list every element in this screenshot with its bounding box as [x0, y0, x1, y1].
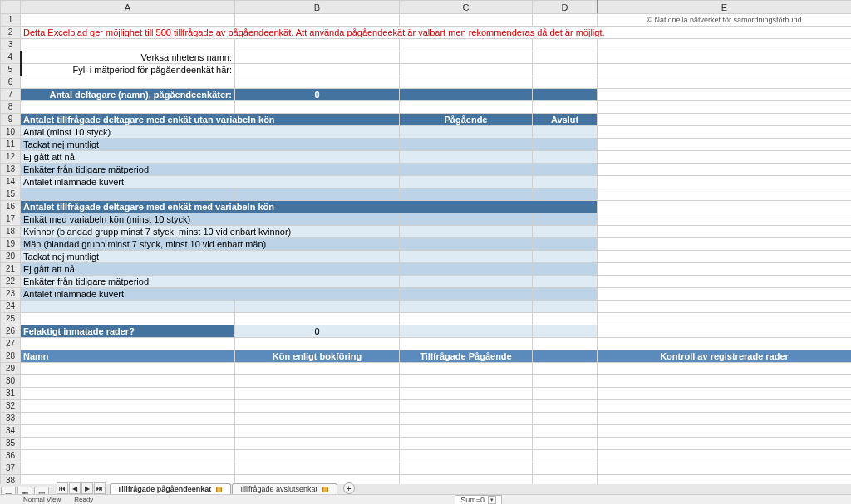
col-avslut: Avslut	[533, 114, 598, 126]
section1-title: Antalet tillfrågade deltagare med enkät …	[21, 114, 400, 126]
row-header[interactable]: 20	[1, 251, 21, 263]
chevron-down-icon[interactable]: ▾	[488, 496, 496, 504]
row-header[interactable]: 5	[1, 64, 21, 76]
row19-label: Män (blandad grupp minst 7 styck, minst …	[21, 238, 400, 251]
column-header-a[interactable]: A	[21, 1, 235, 14]
status-bar: ▭ ▦ ▤ ⏮ ◀ ▶ ⏭ Tillfrågade pågåendeenkät …	[0, 484, 851, 504]
row-header[interactable]: 28	[1, 350, 21, 363]
col-pagaende: Pågående	[400, 114, 533, 126]
row-header[interactable]: 21	[1, 263, 21, 276]
row-header[interactable]: 12	[1, 151, 21, 164]
sheet-tab-other[interactable]: Tillfrågade avslutsenkät	[232, 483, 337, 494]
row-header[interactable]: 35	[1, 438, 21, 450]
row-header[interactable]: 2	[1, 27, 21, 39]
row-header[interactable]: 11	[1, 139, 21, 151]
row-header[interactable]: 26	[1, 325, 21, 338]
row22-label: Enkäter från tidigare mätperiod	[21, 276, 400, 288]
row-header[interactable]: 16	[1, 201, 21, 213]
column-header-e[interactable]: E	[598, 1, 852, 14]
row20-label: Tackat nej muntligt	[21, 251, 400, 263]
row-header[interactable]: 9	[1, 114, 21, 126]
antal-deltagare-value: 0	[235, 89, 400, 101]
tab-nav-first[interactable]: ⏮	[57, 482, 68, 494]
row-header[interactable]: 3	[1, 39, 21, 51]
column-header-row[interactable]: A B C D E	[1, 1, 852, 14]
row-header[interactable]: 13	[1, 164, 21, 176]
row-header[interactable]: 8	[1, 101, 21, 114]
view-mode-text: Normal View	[23, 496, 61, 503]
section2-title: Antalet tillfrågade deltagare med enkät …	[21, 201, 598, 213]
row10-label: Antal (minst 10 styck)	[21, 126, 400, 139]
row-header[interactable]: 15	[1, 188, 21, 201]
notice-text: Detta Excelblad ger möjlighet till 500 t…	[21, 27, 852, 39]
row-header[interactable]: 32	[1, 400, 21, 413]
tab-nav-last[interactable]: ⏭	[94, 482, 106, 494]
row-header[interactable]: 31	[1, 388, 21, 400]
row23-label: Antalet inlämnade kuvert	[21, 288, 400, 301]
row-header[interactable]: 24	[1, 301, 21, 313]
row-header[interactable]: 19	[1, 238, 21, 251]
cell[interactable]	[21, 14, 235, 27]
lock-icon	[216, 487, 222, 492]
col-namn: Namn	[21, 350, 235, 363]
row-header[interactable]: 25	[1, 313, 21, 325]
select-all-corner[interactable]	[1, 1, 21, 14]
status-ready: Ready	[74, 496, 93, 503]
row-header[interactable]: 29	[1, 363, 21, 375]
row-header[interactable]: 36	[1, 450, 21, 462]
column-header-d[interactable]: D	[533, 1, 598, 14]
copyright-text: © Nationella nätverket för samordningsfö…	[598, 14, 852, 27]
row17-label: Enkät med variabeln kön (minst 10 styck)	[21, 213, 400, 226]
row-header[interactable]: 1	[1, 14, 21, 27]
row-header[interactable]: 22	[1, 276, 21, 288]
sum-readout: Sum=0 ▾	[455, 495, 502, 505]
row18-label: Kvinnor (blandad grupp minst 7 styck, mi…	[21, 226, 400, 238]
row-header[interactable]: 4	[1, 51, 21, 64]
row12-label: Ej gått att nå	[21, 151, 400, 164]
row-header[interactable]: 18	[1, 226, 21, 238]
input-verksamhet[interactable]	[235, 51, 400, 64]
label-matperiod: Fyll i mätperiod för pågåendeenkät här:	[21, 64, 235, 76]
row-header[interactable]: 17	[1, 213, 21, 226]
add-sheet-button[interactable]: +	[343, 482, 355, 494]
input-matperiod[interactable]	[235, 64, 400, 76]
tab-nav-prev[interactable]: ◀	[69, 482, 81, 494]
row-header[interactable]: 23	[1, 288, 21, 301]
felaktigt-label: Felaktigt inmatade rader?	[21, 325, 235, 338]
tab-nav-next[interactable]: ▶	[81, 482, 93, 494]
row-header[interactable]: 33	[1, 413, 21, 425]
row-header[interactable]: 6	[1, 76, 21, 89]
row-header[interactable]: 27	[1, 338, 21, 350]
column-header-c[interactable]: C	[400, 1, 533, 14]
col-tillfragade: Tillfrågade Pågående	[400, 350, 533, 363]
row-header[interactable]: 38	[1, 475, 21, 485]
spreadsheet-grid[interactable]: A B C D E 1 © Nationella nätverket för s…	[0, 0, 851, 484]
row11-label: Tackat nej muntligt	[21, 139, 400, 151]
row-header[interactable]: 10	[1, 126, 21, 139]
col-kontroll: Kontroll av registrerade rader	[598, 350, 852, 363]
row-header[interactable]: 7	[1, 89, 21, 101]
lock-icon	[322, 487, 328, 492]
row-header[interactable]: 30	[1, 375, 21, 388]
antal-deltagare-label: Antal deltagare (namn), pågåendeenkäter:	[21, 89, 235, 101]
row-header[interactable]: 34	[1, 425, 21, 438]
felaktigt-value: 0	[235, 325, 400, 338]
col-kon: Kön enligt bokföring	[235, 350, 400, 363]
row-header[interactable]: 37	[1, 462, 21, 475]
row-header[interactable]: 14	[1, 176, 21, 188]
row13-label: Enkäter från tidigare mätperiod	[21, 164, 400, 176]
sheet-tab-label: Tillfrågade avslutsenkät	[239, 485, 317, 493]
sheet-tab-active[interactable]: Tillfrågade pågåendeenkät	[110, 483, 231, 494]
sheet-tab-label: Tillfrågade pågåendeenkät	[117, 485, 211, 493]
row21-label: Ej gått att nå	[21, 263, 400, 276]
row14-label: Antalet inlämnade kuvert	[21, 176, 400, 188]
column-header-b[interactable]: B	[235, 1, 400, 14]
label-verksamhet: Verksamhetens namn:	[21, 51, 235, 64]
